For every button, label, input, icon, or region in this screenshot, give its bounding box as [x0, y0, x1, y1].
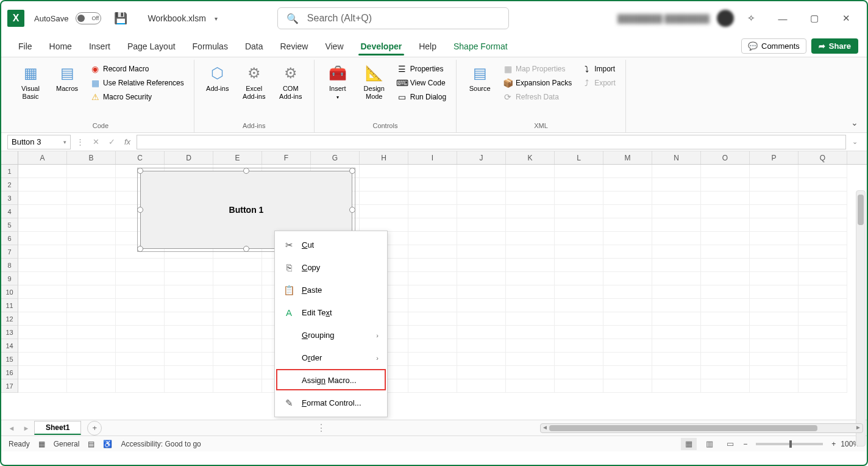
cell[interactable] — [750, 192, 799, 205]
cell[interactable] — [18, 259, 67, 272]
cell[interactable] — [506, 379, 555, 393]
excel-addins-button[interactable]: ⚙Excel Add-ins — [237, 61, 271, 120]
zoom-in-button[interactable]: + — [831, 440, 836, 448]
cell[interactable] — [555, 272, 603, 285]
cell[interactable] — [555, 205, 603, 218]
sheet-nav-prev[interactable]: ◄ — [5, 425, 18, 432]
cell[interactable] — [799, 312, 847, 326]
cell[interactable] — [750, 326, 799, 339]
cell[interactable] — [457, 165, 506, 178]
resize-handle[interactable] — [243, 246, 249, 252]
cell[interactable] — [603, 272, 652, 285]
cell[interactable] — [116, 299, 165, 312]
select-all-corner[interactable] — [1, 151, 18, 164]
cell[interactable] — [750, 285, 799, 299]
row-header[interactable]: 5 — [1, 218, 18, 232]
cell[interactable] — [701, 165, 750, 178]
cell[interactable] — [67, 205, 116, 218]
cell[interactable] — [408, 205, 457, 218]
cell[interactable] — [360, 218, 408, 232]
cell[interactable] — [603, 178, 652, 192]
cell[interactable] — [408, 259, 457, 272]
cell[interactable] — [67, 178, 116, 192]
cell[interactable] — [67, 218, 116, 232]
share-button[interactable]: ➦Share — [811, 38, 858, 54]
cell[interactable] — [750, 232, 799, 245]
col-header[interactable]: Q — [799, 151, 847, 164]
cell[interactable] — [750, 218, 799, 232]
menu-format-control[interactable]: ✎Format Control... — [275, 392, 387, 414]
cell[interactable] — [408, 299, 457, 312]
com-addins-button[interactable]: ⚙COM Add-ins — [274, 61, 308, 120]
col-header[interactable]: L — [555, 151, 603, 164]
cell[interactable] — [701, 312, 750, 326]
cell[interactable] — [457, 339, 506, 353]
cell[interactable] — [506, 165, 555, 178]
row-header[interactable]: 13 — [1, 326, 18, 339]
row-header[interactable]: 2 — [1, 178, 18, 192]
cell[interactable] — [506, 353, 555, 366]
cell[interactable] — [408, 285, 457, 299]
cell[interactable] — [701, 192, 750, 205]
cell[interactable] — [799, 165, 847, 178]
cell[interactable] — [18, 232, 67, 245]
cell[interactable] — [457, 312, 506, 326]
cell[interactable] — [799, 299, 847, 312]
col-header[interactable]: F — [262, 151, 311, 164]
cell[interactable] — [652, 285, 701, 299]
cell[interactable] — [67, 245, 116, 259]
cell[interactable] — [555, 379, 603, 393]
close-button[interactable]: ✕ — [831, 6, 861, 30]
resize-handle[interactable] — [349, 168, 355, 174]
cell[interactable] — [67, 366, 116, 379]
cell[interactable] — [116, 326, 165, 339]
cell[interactable] — [603, 353, 652, 366]
cell[interactable] — [701, 259, 750, 272]
cell[interactable] — [750, 353, 799, 366]
cell[interactable] — [701, 353, 750, 366]
cell[interactable] — [116, 272, 165, 285]
row-header[interactable]: 14 — [1, 339, 18, 353]
cell[interactable] — [360, 165, 408, 178]
cell[interactable] — [213, 366, 262, 379]
cell[interactable] — [701, 245, 750, 259]
add-sheet-button[interactable]: + — [87, 421, 102, 436]
maximize-button[interactable]: ▢ — [800, 6, 829, 30]
cell[interactable] — [506, 192, 555, 205]
view-normal-button[interactable]: ▦ — [681, 438, 697, 450]
row-header[interactable]: 17 — [1, 379, 18, 393]
use-relative-refs-button[interactable]: ▦Use Relative References — [88, 76, 187, 90]
source-button[interactable]: ▤Source — [463, 61, 497, 120]
menu-cut[interactable]: ✂Cut — [275, 234, 387, 256]
cell[interactable] — [116, 353, 165, 366]
cell[interactable] — [213, 312, 262, 326]
avatar[interactable] — [717, 10, 734, 27]
cell[interactable] — [116, 312, 165, 326]
col-header[interactable]: B — [67, 151, 116, 164]
cell[interactable] — [701, 205, 750, 218]
cell[interactable] — [18, 366, 67, 379]
row-header[interactable]: 15 — [1, 353, 18, 366]
cell[interactable] — [652, 312, 701, 326]
cell[interactable] — [165, 326, 213, 339]
cell[interactable] — [603, 259, 652, 272]
expand-formula-icon[interactable]: ⌄ — [848, 138, 861, 146]
sheet-nav-next[interactable]: ► — [20, 425, 33, 432]
cell[interactable] — [457, 379, 506, 393]
cell[interactable] — [457, 245, 506, 259]
col-header[interactable]: M — [603, 151, 652, 164]
cell[interactable] — [750, 312, 799, 326]
row-header[interactable]: 8 — [1, 259, 18, 272]
visual-basic-button[interactable]: ▦Visual Basic — [13, 61, 48, 120]
cell[interactable] — [457, 205, 506, 218]
col-header[interactable]: E — [213, 151, 262, 164]
cell[interactable] — [603, 299, 652, 312]
row-header[interactable]: 4 — [1, 205, 18, 218]
cell[interactable] — [652, 379, 701, 393]
cell[interactable] — [799, 339, 847, 353]
cell[interactable] — [652, 299, 701, 312]
cell[interactable] — [555, 339, 603, 353]
tab-developer[interactable]: Developer — [352, 38, 411, 55]
col-header[interactable]: J — [457, 151, 506, 164]
formula-input[interactable] — [137, 135, 846, 149]
